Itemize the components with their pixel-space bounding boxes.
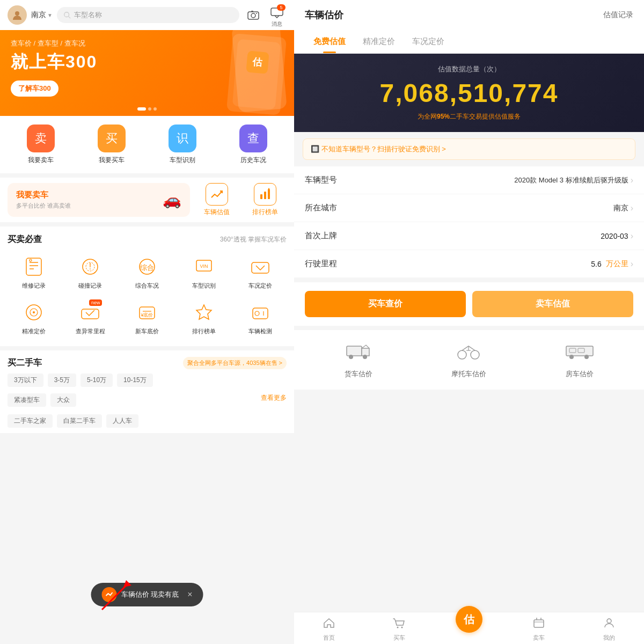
- car-type-compact[interactable]: 紧凑型车: [8, 393, 46, 407]
- nav-estimate[interactable]: 估: [434, 617, 504, 642]
- vtype-truck[interactable]: 货车估价: [345, 341, 372, 379]
- price-tag-1[interactable]: 3-5万: [48, 374, 76, 387]
- field-model-value: 2020款 Model 3 标准续航后驱升级版 ›: [514, 175, 633, 185]
- banner-button[interactable]: 了解车300: [11, 80, 58, 97]
- tool-ranking[interactable]: 排行榜单: [244, 183, 287, 217]
- history-icon: 查: [239, 125, 267, 152]
- action-buttons: 买车查价 卖车估值: [294, 282, 644, 326]
- vehicle-types: 货车估价 摩托车估价: [294, 330, 644, 390]
- toast-text: 车辆估价 现卖有底: [121, 590, 179, 599]
- mid-section: 我要卖车 多平台比价 谁高卖谁 🚗 车辆估值: [0, 178, 294, 222]
- action-sell[interactable]: 卖 我要卖车: [19, 125, 62, 165]
- tab-condition[interactable]: 车况定价: [404, 30, 453, 53]
- field-model[interactable]: 车辆型号 2020款 Model 3 标准续航后驱升级版 ›: [294, 166, 644, 194]
- ranking2-icon: [192, 301, 216, 324]
- svg-point-16: [30, 259, 32, 261]
- price-tags: 3万以下 3-5万 5-10万 10-15万: [0, 374, 294, 391]
- nav-buy[interactable]: 买车: [364, 617, 434, 642]
- mileage-icon: new: [78, 301, 102, 324]
- camera-button[interactable]: [244, 5, 263, 25]
- tab-precise[interactable]: 精准定价: [354, 30, 404, 53]
- action-sell-label: 我要卖车: [28, 156, 54, 165]
- grid-model-id[interactable]: VIN 车型识别: [175, 250, 232, 295]
- stats-label: 估值数据总量（次）: [305, 64, 633, 74]
- action-identify[interactable]: 识 车型识别: [161, 125, 204, 165]
- grid-ranking[interactable]: 排行榜单: [175, 295, 232, 341]
- price-tag-2[interactable]: 5-10万: [80, 374, 113, 387]
- avatar[interactable]: [8, 5, 27, 25]
- tabs: 免费估值 精准定价 车况定价: [294, 30, 644, 54]
- tool-grid: 维修记录 ! 碰撞记录 综合 综合车况 VIN 车型识别 车况定价: [0, 250, 294, 346]
- car-brands: 紧凑型车 大众 查看更多: [0, 391, 294, 412]
- sell-car-icon: 🚗: [163, 191, 181, 209]
- check-sub: 360°透视 掌握车况车价: [220, 235, 287, 244]
- grid-condition-price-label: 车况定价: [248, 282, 272, 290]
- grid-condition[interactable]: 综合 综合车况: [119, 250, 175, 295]
- action-history[interactable]: 查 历史车况: [232, 125, 275, 165]
- brand-ershouchezhijia[interactable]: 二手车之家: [8, 414, 53, 428]
- toast-close-button[interactable]: ×: [187, 590, 192, 599]
- stats-sub-prefix: 为全网: [418, 113, 437, 120]
- tab-free-valuation[interactable]: 免费估值: [305, 30, 354, 53]
- search-bar[interactable]: 车型名称: [57, 7, 239, 23]
- svg-point-0: [15, 11, 19, 16]
- svg-rect-24: [252, 262, 269, 273]
- svg-text:VIN: VIN: [200, 264, 208, 269]
- field-city[interactable]: 所在城市 南京 ›: [294, 194, 644, 222]
- grid-inspection[interactable]: 车辆检测: [232, 295, 289, 341]
- svg-rect-10: [268, 189, 270, 199]
- city-selector[interactable]: 南京 ▼: [31, 10, 53, 20]
- sell-card[interactable]: 我要卖车 多平台比价 谁高卖谁 🚗: [8, 183, 190, 217]
- brand-renrenche[interactable]: 人人车: [106, 414, 138, 428]
- sell-valuation-button[interactable]: 卖车估值: [472, 291, 633, 317]
- used-cars-badge[interactable]: 聚合全网多平台车源，4035辆在售 >: [183, 357, 287, 369]
- inspection-icon: [248, 301, 272, 324]
- tool-ranking-label: 排行榜单: [252, 208, 278, 217]
- form-section: 车辆型号 2020款 Model 3 标准续航后驱升级版 › 所在城市 南京 ›…: [294, 166, 644, 278]
- nav-home[interactable]: 首页: [294, 617, 364, 642]
- vtype-moto[interactable]: 摩托车估价: [451, 341, 486, 379]
- right-header: 车辆估价 估值记录: [294, 0, 644, 30]
- identify-icon: 识: [169, 125, 196, 152]
- field-city-value: 南京 ›: [613, 203, 633, 213]
- nav-sell[interactable]: 卖车: [504, 617, 574, 642]
- svg-point-45: [584, 355, 589, 359]
- history-button[interactable]: 估值记录: [603, 10, 633, 20]
- price-tag-3[interactable]: 10-15万: [117, 374, 153, 387]
- search-icon: [63, 11, 71, 19]
- action-identify-label: 车型识别: [170, 156, 195, 165]
- svg-point-47: [401, 627, 402, 628]
- field-date[interactable]: 首次上牌 2020-03 ›: [294, 222, 644, 250]
- grid-model-id-label: 车型识别: [192, 282, 216, 290]
- vtype-rv[interactable]: 房车估价: [565, 341, 594, 379]
- sell-icon: 卖: [27, 125, 55, 152]
- grid-collision[interactable]: ! 碰撞记录: [62, 250, 119, 295]
- grid-condition-price[interactable]: 车况定价: [232, 250, 289, 295]
- new-price-icon: ¥底价: [135, 301, 159, 324]
- scan-hint[interactable]: 🔲 不知道车辆型号？扫描行驶证免费识别 >: [303, 138, 635, 160]
- condition-icon: 综合: [135, 255, 159, 279]
- grid-repair[interactable]: 维修记录: [5, 250, 62, 295]
- price-tag-0[interactable]: 3万以下: [8, 374, 43, 387]
- grid-mileage-label: 查异常里程: [76, 327, 105, 335]
- nav-mine[interactable]: 我的: [574, 617, 644, 642]
- grid-mileage[interactable]: new 查异常里程: [62, 295, 119, 341]
- grid-new-price[interactable]: ¥底价 新车底价: [119, 295, 175, 341]
- brand-volkswagen[interactable]: 大众: [50, 393, 76, 407]
- tool-valuation[interactable]: 车辆估值: [195, 183, 238, 217]
- svg-text:¥底价: ¥底价: [140, 312, 153, 318]
- right-panel: 车辆估价 估值记录 免费估值 精准定价 车况定价 估值数据总量（次） 7,068…: [294, 0, 644, 644]
- more-link[interactable]: 查看更多: [261, 393, 287, 407]
- buy-price-button[interactable]: 买车查价: [305, 291, 466, 317]
- svg-point-44: [569, 355, 574, 359]
- brand-baixie[interactable]: 白菜二手车: [57, 414, 102, 428]
- svg-rect-12: [26, 258, 41, 275]
- action-buy[interactable]: 买 我要买车: [90, 125, 133, 165]
- stats-sub-suffix: 二手车交易提供估值服务: [450, 113, 521, 120]
- toast-icon: [102, 587, 117, 602]
- grid-precise-price[interactable]: 精准定价: [5, 295, 62, 341]
- left-panel: 南京 ▼ 车型名称 5: [0, 0, 294, 644]
- message-button[interactable]: 5 消息: [267, 3, 287, 27]
- field-mileage[interactable]: 行驶里程 5.6 万公里 ›: [294, 250, 644, 278]
- toast: 车辆估价 现卖有底 ×: [91, 583, 203, 606]
